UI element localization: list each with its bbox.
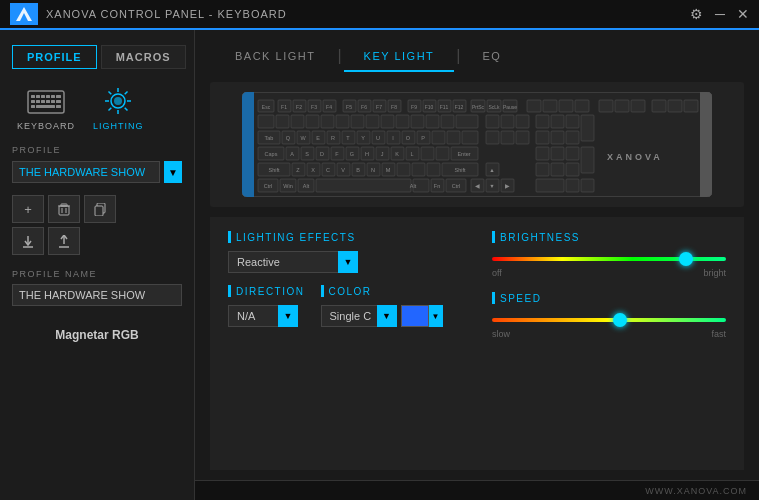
svg-rect-104 — [581, 115, 594, 141]
svg-rect-40 — [700, 92, 706, 197]
svg-text:Esc: Esc — [262, 104, 271, 110]
svg-rect-62 — [599, 100, 613, 112]
svg-text:F11: F11 — [440, 104, 449, 110]
profile-section-label: PROFILE — [12, 145, 182, 155]
svg-rect-16 — [56, 105, 61, 108]
brightness-slider-container — [492, 251, 726, 263]
sidebar-item-keyboard[interactable]: KEYBOARD — [17, 87, 75, 131]
svg-text:PrtSc: PrtSc — [472, 104, 485, 110]
profile-dropdown-row: THE HARDWARE SHOW ▼ — [12, 161, 182, 183]
svg-marker-0 — [16, 7, 32, 21]
direction-select[interactable]: N/A — [228, 305, 298, 327]
svg-text:▲: ▲ — [489, 167, 494, 173]
profile-name-input[interactable] — [12, 284, 182, 306]
svg-rect-179 — [566, 163, 579, 176]
direction-wrapper: N/A ▼ — [228, 305, 298, 327]
svg-rect-200 — [536, 179, 564, 192]
keyboard-icon-label: KEYBOARD — [17, 121, 75, 131]
speed-min-label: slow — [492, 329, 510, 339]
svg-rect-38 — [248, 92, 254, 197]
svg-text:L: L — [410, 151, 413, 157]
svg-rect-147 — [436, 147, 449, 160]
svg-text:F3: F3 — [311, 104, 317, 110]
svg-rect-173 — [412, 163, 425, 176]
copy-profile-button[interactable] — [84, 195, 116, 223]
brightness-labels: off bright — [492, 268, 726, 278]
brightness-title: BRIGHTNESS — [492, 231, 726, 243]
lighting-effects-select[interactable]: Reactive — [228, 251, 358, 273]
color-swatch-arrow[interactable]: ▼ — [429, 305, 443, 327]
svg-rect-174 — [427, 163, 440, 176]
settings-icon[interactable]: ⚙ — [690, 6, 703, 22]
svg-rect-86 — [291, 115, 304, 128]
color-swatch[interactable] — [401, 305, 429, 327]
svg-rect-97 — [456, 115, 478, 128]
color-row: Single C ▼ ▼ — [321, 305, 443, 327]
svg-text:F2: F2 — [296, 104, 302, 110]
svg-rect-61 — [575, 100, 589, 112]
svg-rect-122 — [536, 131, 549, 144]
svg-text:Shift: Shift — [268, 167, 279, 173]
direction-group: DIRECTION N/A ▼ — [228, 285, 305, 327]
svg-text:▼: ▼ — [489, 183, 494, 189]
svg-text:ScLk: ScLk — [488, 104, 500, 110]
svg-rect-102 — [551, 115, 564, 128]
import-profile-button[interactable] — [12, 227, 44, 255]
tab-backlight[interactable]: BACK LIGHT — [215, 42, 335, 72]
svg-text:N: N — [371, 167, 375, 173]
svg-rect-123 — [551, 131, 564, 144]
tab-eq[interactable]: EQ — [462, 42, 521, 72]
tab-macros[interactable]: MACROS — [101, 45, 186, 69]
svg-rect-88 — [321, 115, 334, 128]
svg-text:B: B — [356, 167, 360, 173]
right-panel: BACK LIGHT | KEY LIGHT | EQ XANOVA — [195, 30, 759, 500]
svg-text:Alt: Alt — [303, 183, 310, 189]
profile-dropdown[interactable]: THE HARDWARE SHOW — [12, 161, 160, 183]
settings-area: LIGHTING EFFECTS Reactive ▼ DIRECTION N/… — [210, 217, 744, 470]
svg-text:◀: ◀ — [475, 183, 480, 189]
svg-rect-150 — [551, 147, 564, 160]
svg-text:Ctrl: Ctrl — [452, 183, 461, 189]
direction-title: DIRECTION — [228, 285, 305, 297]
svg-rect-33 — [95, 206, 103, 216]
speed-slider[interactable] — [492, 318, 726, 322]
add-profile-button[interactable]: + — [12, 195, 44, 223]
top-tabs: BACK LIGHT | KEY LIGHT | EQ — [195, 30, 759, 72]
svg-text:A: A — [290, 151, 294, 157]
svg-rect-177 — [536, 163, 549, 176]
svg-text:F5: F5 — [346, 104, 352, 110]
keyboard-display: XANOVA — [210, 82, 744, 207]
svg-text:F9: F9 — [411, 104, 417, 110]
brightness-slider[interactable] — [492, 257, 726, 261]
close-button[interactable]: ✕ — [737, 6, 749, 22]
svg-rect-116 — [432, 131, 445, 144]
svg-rect-6 — [51, 95, 55, 98]
sidebar-item-lighting[interactable]: LIGHTING — [93, 87, 144, 131]
svg-rect-84 — [258, 115, 274, 128]
svg-text:V: V — [341, 167, 345, 173]
svg-rect-90 — [351, 115, 364, 128]
minimize-button[interactable]: ─ — [715, 6, 725, 22]
svg-rect-146 — [421, 147, 434, 160]
tab-divider-2: | — [456, 47, 460, 67]
svg-text:Caps: Caps — [265, 151, 278, 157]
svg-text:F1: F1 — [281, 104, 287, 110]
export-profile-button[interactable] — [48, 227, 80, 255]
svg-text:Ctrl: Ctrl — [264, 183, 273, 189]
svg-rect-14 — [31, 105, 35, 108]
svg-rect-60 — [559, 100, 573, 112]
tab-keylight[interactable]: KEY LIGHT — [344, 42, 455, 72]
svg-rect-63 — [615, 100, 629, 112]
tab-profile[interactable]: PROFILE — [12, 45, 97, 69]
svg-text:R: R — [331, 135, 335, 141]
profile-dropdown-arrow[interactable]: ▼ — [164, 161, 182, 183]
delete-profile-button[interactable] — [48, 195, 80, 223]
direction-color-row: DIRECTION N/A ▼ COLOR — [228, 285, 462, 327]
svg-text:X: X — [311, 167, 315, 173]
speed-title: SPEED — [492, 292, 726, 304]
color-select[interactable]: Single C — [321, 305, 397, 327]
svg-text:J: J — [381, 151, 384, 157]
tab-divider-1: | — [337, 47, 341, 67]
svg-rect-64 — [631, 100, 645, 112]
svg-rect-91 — [366, 115, 379, 128]
